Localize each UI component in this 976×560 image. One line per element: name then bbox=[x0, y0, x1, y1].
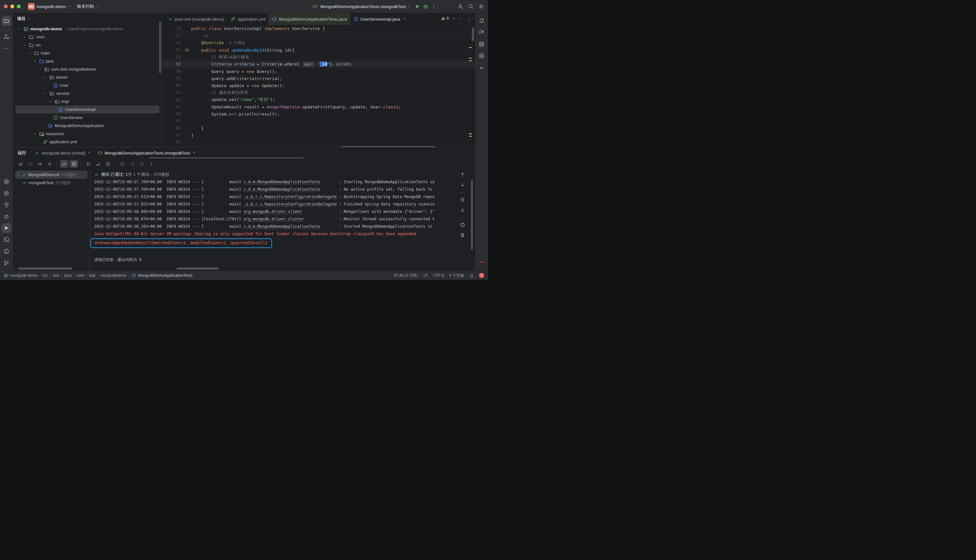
scroll-down-button[interactable] bbox=[460, 182, 465, 188]
editor-tab-userserviceimpl-java[interactable]: CUserServiceImpl.java bbox=[350, 13, 410, 25]
editor-tab-mongodbdemoapplicationtests-java[interactable]: CMongodbDemoApplicationTests.java bbox=[269, 13, 350, 25]
editor-tab-application-yml[interactable]: application.yml bbox=[227, 13, 269, 25]
tree-item-com-doit-mongodbdemo[interactable]: com.doit.mongodbdemo bbox=[15, 65, 159, 73]
tree-item-src[interactable]: src bbox=[15, 41, 159, 49]
line-ending-widget[interactable]: LF bbox=[424, 273, 428, 278]
search-everywhere-button[interactable] bbox=[468, 3, 474, 9]
tool-stripe-database-button[interactable] bbox=[477, 39, 486, 49]
sort-alpha-button[interactable] bbox=[84, 160, 93, 168]
tool-stripe-notifications-button[interactable] bbox=[477, 16, 486, 26]
snapshot-camera-button[interactable] bbox=[118, 160, 127, 168]
tool-stripe-circle-dots-button[interactable] bbox=[2, 177, 11, 187]
project-scrollbar[interactable] bbox=[159, 22, 161, 73]
run-console[interactable]: 测试 已通过: 1共 1 个测试 – 370毫秒 2025-12-06T19:0… bbox=[90, 169, 475, 271]
scroll-up-button[interactable] bbox=[460, 172, 465, 178]
tree-item-userserviceimpl[interactable]: CUserServiceImpl bbox=[15, 105, 159, 113]
tool-stripe-debug-button[interactable] bbox=[2, 212, 11, 221]
settings-button[interactable] bbox=[478, 3, 484, 9]
kebab-icon[interactable] bbox=[467, 17, 472, 21]
tool-stripe-build-button[interactable] bbox=[2, 200, 11, 210]
debug-button[interactable] bbox=[423, 3, 429, 9]
run-tab-mongodb-demo-install-[interactable]: mmongodb-demo [install] bbox=[32, 149, 93, 157]
softwrap-button[interactable] bbox=[460, 197, 465, 203]
close-tab-icon[interactable] bbox=[87, 151, 91, 155]
tool-stripe-services-button[interactable] bbox=[2, 188, 11, 198]
import-tests-button[interactable] bbox=[128, 160, 136, 168]
tool-stripe-terminal-button[interactable] bbox=[2, 235, 11, 245]
run-tab-mongodbdemoapplicationtests-mongodbtest[interactable]: MongodbDemoApplicationTests.mongodbTest bbox=[95, 149, 199, 157]
breadcrumb-item[interactable]: MongodbDemoApplicationTests bbox=[138, 273, 193, 278]
breadcrumb-item[interactable]: java bbox=[64, 273, 71, 278]
next-problem-button[interactable] bbox=[459, 17, 463, 20]
test-node-mongodbdemoa[interactable]: MongodbDemoA370毫秒 bbox=[15, 171, 87, 179]
minimize-window-button[interactable] bbox=[10, 5, 14, 8]
breadcrumb-item[interactable]: doit bbox=[89, 273, 95, 278]
editor-scrollbar[interactable] bbox=[472, 27, 474, 41]
tree-item-mongodbdemoapplication[interactable]: CMongodbDemoApplication bbox=[15, 122, 159, 130]
project-panel-header[interactable]: 项目 bbox=[13, 13, 162, 24]
stop-button[interactable] bbox=[45, 160, 54, 168]
code-editor[interactable]: 24public class UserServiceImpl implement… bbox=[162, 25, 475, 147]
editor-tab-pom-xml-mongodb-demo-[interactable]: mpom.xml (mongodb-demo) bbox=[165, 13, 227, 25]
breadcrumb-item[interactable]: src bbox=[43, 273, 48, 278]
runtab-scrollbar[interactable] bbox=[149, 157, 304, 158]
tree-item-impl[interactable]: impl bbox=[15, 97, 159, 105]
breadcrumb-item[interactable]: mongodbdemo bbox=[100, 273, 126, 278]
sort-duration-button[interactable] bbox=[94, 160, 102, 168]
tree-item-user[interactable]: CUser bbox=[15, 81, 159, 89]
caret-position-widget[interactable]: 57:48 (3 字符) bbox=[394, 273, 418, 278]
breadcrumb-item[interactable]: test bbox=[53, 273, 59, 278]
kebab-button[interactable] bbox=[147, 160, 155, 168]
project-widget[interactable]: MD mongodb-demo bbox=[26, 2, 73, 11]
inspections-widget[interactable]: 6 bbox=[438, 15, 466, 21]
encoding-widget[interactable]: UTF-8 bbox=[433, 273, 444, 278]
more-run-options-button[interactable] bbox=[431, 4, 436, 9]
tool-stripe-circle-dots-button[interactable] bbox=[477, 51, 486, 61]
zoom-window-button[interactable] bbox=[17, 5, 21, 8]
console-scrollbar[interactable] bbox=[471, 180, 473, 250]
rerun-failed-button[interactable] bbox=[26, 160, 35, 168]
tool-stripe-maven-button[interactable]: m bbox=[477, 63, 486, 72]
lock-icon[interactable] bbox=[469, 273, 474, 278]
tree-item-resources[interactable]: resources bbox=[15, 130, 159, 138]
tool-stripe-project-folder-button[interactable] bbox=[2, 16, 11, 26]
close-tab-icon[interactable] bbox=[192, 151, 196, 155]
console-hscrollbar[interactable] bbox=[177, 267, 219, 270]
tool-stripe-vcs-branch-button[interactable] bbox=[2, 258, 11, 268]
show-passed-button[interactable] bbox=[60, 160, 68, 168]
close-tab-icon[interactable] bbox=[403, 17, 407, 22]
rerun-auto-button[interactable] bbox=[36, 160, 44, 168]
run-button[interactable] bbox=[414, 3, 420, 9]
test-node-mongodbtest[interactable]: mongodbTest370毫秒 bbox=[15, 179, 87, 187]
history-button[interactable] bbox=[103, 160, 112, 168]
trash-button[interactable] bbox=[460, 233, 465, 239]
error-notification-badge[interactable]: ! bbox=[479, 273, 484, 278]
tree-item-java[interactable]: java bbox=[15, 57, 159, 65]
vcs-widget[interactable]: 版本控制 bbox=[75, 2, 101, 11]
close-window-button[interactable] bbox=[4, 5, 8, 8]
tool-stripe-ai-assistant-button[interactable] bbox=[477, 28, 486, 37]
breadcrumb-item[interactable]: com bbox=[77, 273, 84, 278]
tree-item-service[interactable]: service bbox=[15, 89, 159, 97]
tree-item-domin[interactable]: domin bbox=[15, 73, 159, 81]
testtree-hscrollbar[interactable] bbox=[18, 267, 72, 270]
tree-item-main[interactable]: main bbox=[15, 49, 159, 57]
indent-widget[interactable]: 4 个空格 bbox=[449, 273, 464, 278]
tool-stripe-run-button[interactable] bbox=[2, 223, 11, 233]
breadcrumb-item[interactable]: mongodb-demo bbox=[10, 273, 37, 278]
tool-stripe-plugin-spider-button[interactable] bbox=[477, 258, 486, 268]
scroll-end-button[interactable] bbox=[460, 207, 465, 213]
prev-problem-button[interactable] bbox=[452, 17, 456, 20]
tool-stripe-structure-button[interactable] bbox=[2, 32, 11, 42]
tool-stripe-more-tools-button[interactable] bbox=[2, 43, 11, 53]
tree-item-application-yml[interactable]: application.yml bbox=[15, 138, 159, 146]
export-tests-button[interactable] bbox=[137, 160, 146, 168]
show-ignored-button[interactable] bbox=[70, 160, 78, 168]
print-button[interactable] bbox=[460, 222, 465, 228]
rerun-button[interactable] bbox=[17, 160, 25, 168]
run-configuration-selector[interactable]: MongodbDemoApplicationTests.mongodbTest bbox=[320, 3, 412, 10]
tree-item-userservice[interactable]: IUserService bbox=[15, 113, 159, 122]
code-with-me-button[interactable] bbox=[458, 3, 464, 9]
override-icon[interactable]: I bbox=[185, 48, 189, 52]
tree-item--mvn[interactable]: .mvn bbox=[15, 33, 159, 41]
